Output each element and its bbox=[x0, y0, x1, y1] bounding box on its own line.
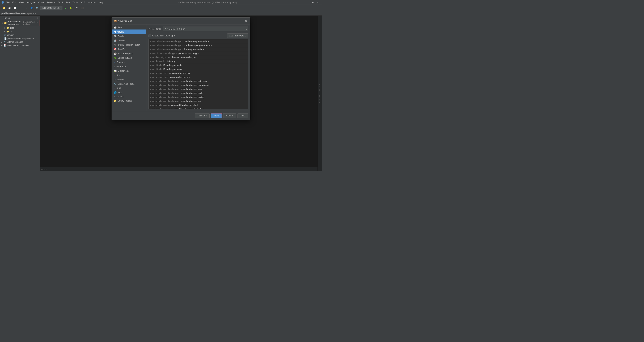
project-settings-icon[interactable]: ⚙ bbox=[37, 17, 38, 19]
help-button[interactable]: Help bbox=[238, 113, 248, 118]
maven-icon: M bbox=[114, 30, 116, 33]
archetype-list-item[interactable]: ▶ com.atlassian.maven.archetypes:jira-pl… bbox=[149, 47, 248, 51]
microprofile-icon: 📊 bbox=[114, 70, 116, 72]
dialog-left-item-maven[interactable]: M Maven bbox=[112, 30, 146, 34]
menu-view[interactable]: View bbox=[18, 1, 25, 4]
archetype-list-item[interactable]: ▶ org.apache.cocoon:cocoon-22-archetype-… bbox=[149, 103, 248, 107]
sidebar-item-scratches[interactable]: ▶ 📝 Scratches and Consoles bbox=[0, 44, 40, 47]
run-button[interactable]: ▶ bbox=[63, 6, 68, 10]
archetype-list-item[interactable]: ▶ net.liftweb:lift-archetype-basic bbox=[149, 63, 248, 67]
archetype-name: camel-archetype-component bbox=[181, 84, 209, 86]
back-button[interactable]: ← bbox=[18, 6, 23, 10]
archetype-list-item[interactable]: ▶ com.atlassian.maven.archetypes:conflue… bbox=[149, 44, 248, 47]
archetype-list-item[interactable]: ▶ org.apache.camel.archetypes:camel-arch… bbox=[149, 91, 248, 95]
menu-window[interactable]: Window bbox=[87, 1, 97, 4]
breadcrumb-project[interactable]: pro02-maven-idea-parent bbox=[2, 12, 26, 14]
menu-refactor[interactable]: Refactor bbox=[46, 1, 56, 4]
save-button[interactable]: 💾 bbox=[7, 6, 12, 10]
dialog-left-item-grails[interactable]: 🔧 Grails App Forge bbox=[112, 82, 146, 86]
debug-button[interactable]: 🐛 bbox=[69, 6, 74, 10]
add-archetype-button[interactable]: Add Archetype... bbox=[227, 34, 248, 38]
sidebar-item-src[interactable]: ▶ 📁 src bbox=[0, 30, 40, 33]
archetype-prefix: org.apache.camel.archetypes: bbox=[152, 92, 180, 94]
archetype-list-item[interactable]: ▶ org.apache.camel.archetypes:camel-arch… bbox=[149, 79, 248, 83]
groovy-icon: G bbox=[114, 78, 116, 81]
dialog-left-item-android[interactable]: 🤖 Android bbox=[112, 38, 146, 43]
archetype-list[interactable]: ▶ com.atlassian.maven.archetypes:bamboo-… bbox=[148, 39, 248, 109]
dialog-left-item-micronaut[interactable]: μ Micronaut bbox=[112, 64, 146, 69]
archetype-list-item[interactable]: ▶ org.apache.camel.archetypes:camel-arch… bbox=[149, 87, 248, 91]
javafx-icon: 🎯 bbox=[114, 48, 116, 50]
menu-vcs[interactable]: VCS bbox=[80, 1, 86, 4]
dialog-left-item-empty-project[interactable]: 📁 Empty Project bbox=[112, 98, 146, 103]
archetype-list-item[interactable]: ▶ org.apache.cocoon:cocoon-22-archetype-… bbox=[149, 107, 248, 109]
archetype-list-item[interactable]: ▶ net.databinder:data-app bbox=[149, 59, 248, 63]
search-everywhere-button[interactable]: 🔍 bbox=[35, 6, 40, 10]
previous-button[interactable]: Previous bbox=[195, 113, 210, 118]
menu-help[interactable]: Help bbox=[98, 1, 104, 4]
scratch-icon: 📝 bbox=[4, 44, 6, 47]
kotlin-icon: K bbox=[114, 87, 115, 90]
create-from-archetype-checkbox[interactable] bbox=[148, 34, 151, 37]
archetype-prefix: org.apache.camel.archetypes: bbox=[152, 100, 180, 102]
breadcrumb-file[interactable]: pom.xml bbox=[28, 12, 36, 14]
menu-navigate[interactable]: Navigate bbox=[26, 1, 36, 4]
menu-build[interactable]: Build bbox=[57, 1, 64, 4]
stop-button[interactable]: ⬛ bbox=[80, 6, 85, 10]
minimize-button[interactable]: ─ bbox=[310, 0, 315, 5]
root-label: pro02-maven-idea-parent bbox=[8, 20, 22, 25]
dialog-left-panel: ☕ Java M Maven 🐘 Gradle 🤖 bbox=[112, 24, 146, 111]
dialog-left-item-java-enterprise[interactable]: ☕ Java Enterprise bbox=[112, 51, 146, 56]
coverage-button[interactable]: ☂ bbox=[74, 6, 79, 10]
sidebar: ▼ Project ⚙ ▼ 📁 pro02-maven-idea-parent … bbox=[0, 16, 40, 171]
dialog-left-item-groovy[interactable]: G Groovy bbox=[112, 78, 146, 82]
dialog-left-item-microprofile[interactable]: 📊 MicroProfile bbox=[112, 69, 146, 73]
dialog-left-item-quarkus[interactable]: ✦ Quarkus bbox=[112, 60, 146, 64]
scratch-chevron-icon: ▶ bbox=[2, 44, 3, 46]
sidebar-item-pom[interactable]: m pom.xml bbox=[0, 33, 40, 37]
archetype-list-item[interactable]: ▶ org.apache.camel.archetypes:camel-arch… bbox=[149, 95, 248, 99]
archetype-list-item[interactable]: ▶ net.sf.maven-sar:maven-archetype-sar bbox=[149, 75, 248, 79]
sidebar-item-idea[interactable]: ▶ 📁 .idea bbox=[0, 26, 40, 30]
archetype-list-item[interactable]: ▶ org.apache.camel.archetypes:camel-arch… bbox=[149, 83, 248, 87]
forward-button[interactable]: → bbox=[24, 6, 28, 10]
menu-tools[interactable]: Tools bbox=[72, 1, 79, 4]
dialog-left-item-web[interactable]: 🌐 Web bbox=[112, 90, 146, 95]
sidebar-project-header[interactable]: ▼ Project ⚙ bbox=[0, 16, 40, 20]
archetype-list-item[interactable]: ▶ org.apache.camel.archetypes:camel-arch… bbox=[149, 99, 248, 103]
dialog-left-item-intellij-plugin[interactable]: 🔌 IntelliJ Platform Plugin bbox=[112, 43, 146, 47]
dialog-left-item-ktor[interactable]: K Ktor bbox=[112, 73, 146, 78]
refresh-button[interactable]: 🔄 bbox=[12, 6, 17, 10]
maximize-button[interactable]: □ bbox=[316, 0, 320, 5]
cancel-button[interactable]: Cancel bbox=[223, 113, 236, 118]
dialog-left-item-kotlin[interactable]: K Kotlin bbox=[112, 86, 146, 90]
archetype-list-item[interactable]: ▶ net.liftweb:lift-archetype-blank bbox=[149, 67, 248, 71]
project-button[interactable]: 📁 bbox=[2, 6, 6, 10]
menu-run[interactable]: Run bbox=[64, 1, 71, 4]
dialog-left-item-spring[interactable]: 🌿 Spring Initializr bbox=[112, 56, 146, 60]
sidebar-item-external-libraries[interactable]: ▶ 🔗 External Libraries bbox=[0, 40, 40, 44]
dialog-left-item-java[interactable]: ☕ Java bbox=[112, 25, 146, 30]
archetype-list-item[interactable]: ▶ de.akquinet.jbosscc:jbosscc-seam-arche… bbox=[149, 55, 248, 59]
menubar: IJ File Edit View Navigate Code Refactor… bbox=[0, 0, 322, 5]
menu-edit[interactable]: Edit bbox=[11, 1, 17, 4]
dialog-close-button[interactable]: ✕ bbox=[244, 19, 248, 23]
next-button[interactable]: Next bbox=[211, 113, 222, 118]
archetype-name: cocoon-22-archetype-block bbox=[171, 104, 198, 106]
archetype-chevron-icon: ▶ bbox=[150, 72, 152, 74]
archetype-list-item[interactable]: ▶ com.rfc.maven.archetypes:jpa-maven-arc… bbox=[149, 51, 248, 55]
sidebar-item-root[interactable]: ▼ 📁 pro02-maven-idea-parent E:\Maven\Mav… bbox=[0, 20, 40, 26]
dialog-left-item-gradle[interactable]: 🐘 Gradle bbox=[112, 34, 146, 38]
run-config-button[interactable]: 👤 bbox=[29, 6, 34, 10]
add-config-button[interactable]: Add Configuration... bbox=[40, 6, 62, 10]
dialog-left-item-javafx[interactable]: 🎯 JavaFX bbox=[112, 47, 146, 51]
sidebar-item-iml[interactable]: 📄 pro02-maven-idea-parent.iml bbox=[0, 37, 40, 40]
menu-file[interactable]: File bbox=[5, 1, 10, 4]
archetype-list-item[interactable]: ▶ net.sf.maven-har:maven-archetype-har bbox=[149, 71, 248, 75]
sdk-select[interactable]: 1.8 version 1.8.0_71 bbox=[163, 26, 248, 32]
dialog-title-bar: 📦 New Project ✕ bbox=[112, 18, 250, 24]
javafx-label: JavaFX bbox=[118, 48, 125, 50]
dialog-right-panel: Project SDK: 1.8 version 1.8.0_71 Create… bbox=[146, 24, 250, 111]
archetype-list-item[interactable]: ▶ com.atlassian.maven.archetypes:bamboo-… bbox=[149, 40, 248, 44]
menu-code[interactable]: Code bbox=[37, 1, 45, 4]
